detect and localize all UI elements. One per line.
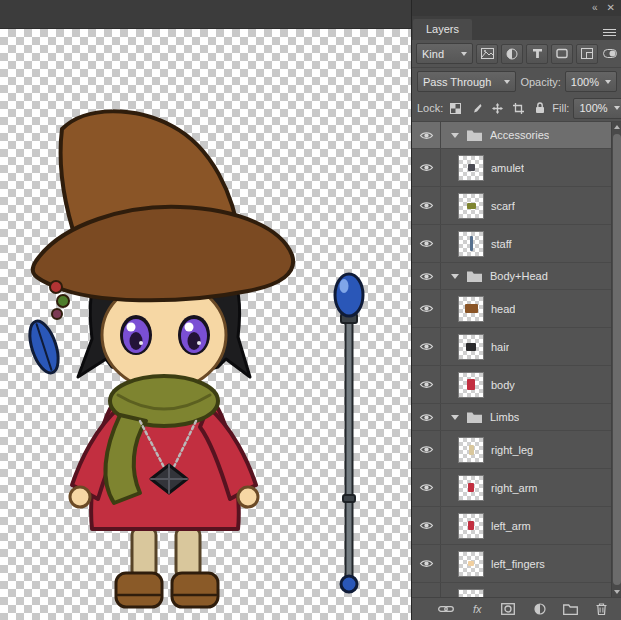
layer-row-left-leg[interactable]: left_leg [412,583,612,597]
layer-label[interactable]: Limbs [490,411,519,423]
layer-label[interactable]: staff [491,238,512,250]
visibility-toggle[interactable] [412,507,441,544]
opacity-value: 100% [571,76,599,88]
shape-filter-icon[interactable] [551,44,573,64]
layer-thumbnail[interactable] [458,372,484,398]
layers-list-container: AccessoriesamuletscarfstaffBody+Headhead… [412,122,621,597]
close-panel-icon[interactable]: ✕ [607,0,615,16]
layer-label[interactable]: scarf [491,200,515,212]
pixel-filter-icon[interactable] [476,44,498,64]
eye-icon [419,482,434,493]
link-layers-icon[interactable] [436,600,456,618]
layer-row-body[interactable]: body [412,366,612,404]
layer-thumbnail[interactable] [458,155,484,181]
scroll-down-icon[interactable] [612,587,621,597]
visibility-toggle[interactable] [412,263,441,289]
layer-row-left-arm[interactable]: left_arm [412,507,612,545]
panel-menu-icon[interactable] [603,29,616,36]
visibility-toggle[interactable] [412,290,441,327]
layer-style-icon[interactable]: fx [467,600,487,618]
layer-row-head[interactable]: head [412,290,612,328]
layer-row-staff[interactable]: staff [412,225,612,263]
visibility-toggle[interactable] [412,149,441,186]
layer-thumbnail[interactable] [458,334,484,360]
filter-row: Kind [412,40,621,68]
layer-row-right-leg[interactable]: right_leg [412,431,612,469]
layer-label[interactable]: left_fingers [491,558,545,570]
layer-row-limbs[interactable]: Limbs [412,404,612,431]
layer-thumbnail[interactable] [458,513,484,539]
type-filter-icon[interactable] [526,44,548,64]
layer-label[interactable]: left_leg [491,596,526,598]
layer-thumbnail[interactable] [458,231,484,257]
visibility-toggle[interactable] [412,122,441,148]
panel-tabbar: Layers [412,16,621,40]
visibility-toggle[interactable] [412,366,441,403]
layer-row-accessories[interactable]: Accessories [412,122,612,149]
delete-layer-icon[interactable] [592,600,612,618]
visibility-toggle[interactable] [412,404,441,430]
opacity-select[interactable]: 100% [565,71,617,92]
character-illustration [24,111,293,607]
layer-row-body-head[interactable]: Body+Head [412,263,612,290]
blend-mode-select[interactable]: Pass Through [417,71,516,92]
scrollbar-thumb[interactable] [613,134,621,585]
layer-label[interactable]: right_leg [491,444,533,456]
layer-row-right-arm[interactable]: right_arm [412,469,612,507]
lock-artboard-icon[interactable] [510,100,527,116]
layer-row-left-fingers[interactable]: left_fingers [412,545,612,583]
adjustment-filter-icon[interactable] [501,44,523,64]
layer-thumbnail[interactable] [458,551,484,577]
disclosure-triangle[interactable] [451,415,459,420]
blend-row: Pass Through Opacity: 100% [412,68,621,95]
lock-all-icon[interactable] [531,100,548,116]
layer-row-scarf[interactable]: scarf [412,187,612,225]
layer-row-content: hair [441,328,612,365]
layer-label[interactable]: body [491,379,515,391]
layer-row-content: right_leg [441,431,612,468]
visibility-toggle[interactable] [412,431,441,468]
new-adjustment-layer-icon[interactable] [530,600,550,618]
visibility-toggle[interactable] [412,545,441,582]
lock-transparency-icon[interactable] [447,100,464,116]
scroll-up-icon[interactable] [612,122,621,132]
layer-thumbnail[interactable] [458,589,484,598]
opacity-label: Opacity: [520,76,560,88]
layer-label[interactable]: head [491,303,515,315]
layer-thumbnail[interactable] [458,475,484,501]
collapse-panel-icon[interactable]: « [592,0,598,16]
filter-kind-select[interactable]: Kind [416,43,473,64]
visibility-toggle[interactable] [412,328,441,365]
layer-row-hair[interactable]: hair [412,328,612,366]
smart-object-filter-icon[interactable] [576,44,598,64]
layer-thumbnail[interactable] [458,437,484,463]
layer-label[interactable]: Body+Head [490,270,548,282]
layer-thumbnail[interactable] [458,193,484,219]
lock-pixels-icon[interactable] [468,100,485,116]
visibility-toggle[interactable] [412,187,441,224]
layer-label[interactable]: left_arm [491,520,531,532]
canvas[interactable] [0,29,411,620]
layer-label[interactable]: hair [491,341,509,353]
fx-label: fx [473,603,482,615]
disclosure-triangle[interactable] [451,133,459,138]
visibility-toggle[interactable] [412,469,441,506]
layer-row-amulet[interactable]: amulet [412,149,612,187]
folder-icon [466,411,483,424]
layer-label[interactable]: right_arm [491,482,537,494]
lock-position-icon[interactable] [489,100,506,116]
fill-select[interactable]: 100% [573,98,621,119]
visibility-toggle[interactable] [412,225,441,262]
layer-label[interactable]: Accessories [490,129,549,141]
new-group-icon[interactable] [561,600,581,618]
scrollbar[interactable] [611,122,621,597]
layer-thumbnail[interactable] [458,296,484,322]
eye-icon [419,444,434,455]
filter-toggle-icon[interactable] [601,46,618,62]
eye-icon [419,412,434,423]
add-mask-icon[interactable] [498,600,518,618]
disclosure-triangle[interactable] [451,274,459,279]
visibility-toggle[interactable] [412,583,441,597]
layer-label[interactable]: amulet [491,162,524,174]
tab-layers[interactable]: Layers [413,19,472,40]
